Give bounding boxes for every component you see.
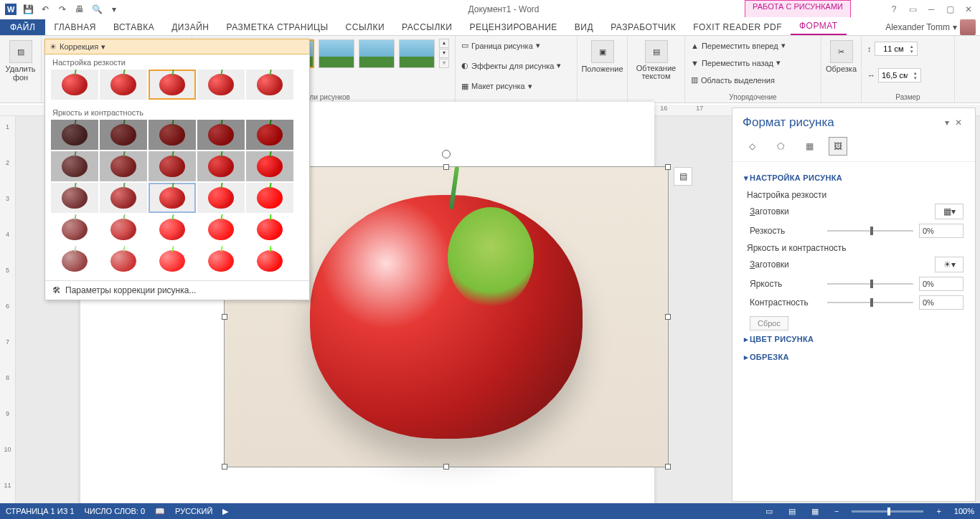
brightness-thumb[interactable]	[51, 246, 98, 276]
pane-tab-fill-icon[interactable]: ◇	[743, 137, 761, 156]
brightness-thumb[interactable]	[197, 214, 245, 244]
selection-pane-button[interactable]: ▥Область выделения	[691, 75, 775, 85]
redo-icon[interactable]: ↷	[55, 1, 70, 17]
resize-handle[interactable]	[443, 464, 449, 470]
sharpness-presets-button[interactable]: ▦▾	[935, 204, 963, 219]
resize-handle[interactable]	[665, 314, 671, 320]
tab-foxit[interactable]: FOXIT READER PDF	[684, 19, 791, 35]
zoom-slider[interactable]	[852, 510, 923, 513]
brightness-thumb[interactable]	[246, 214, 293, 244]
gallery-up-icon[interactable]: ▴	[439, 39, 449, 48]
status-macro-icon[interactable]: ▶	[222, 507, 228, 516]
style-thumb[interactable]	[319, 39, 354, 68]
status-language[interactable]: РУССКИЙ	[175, 507, 212, 515]
brightness-thumb[interactable]	[51, 214, 98, 244]
style-thumb[interactable]	[399, 39, 435, 68]
brightness-thumb[interactable]	[100, 183, 147, 213]
brightness-thumb[interactable]	[51, 183, 98, 213]
wrap-text-button[interactable]: ▤Обтекание текстом	[633, 39, 679, 82]
minimize-icon[interactable]: ─	[923, 2, 940, 16]
brightness-thumb[interactable]	[100, 151, 147, 181]
user-area[interactable]: Alexander Tomm▾	[885, 19, 980, 35]
picture-effects-button[interactable]: ◐Эффекты для рисунка▾	[461, 60, 561, 71]
brightness-thumb[interactable]	[149, 120, 196, 150]
corrections-button[interactable]: ☀ Коррекция▾	[44, 39, 310, 54]
brightness-thumb[interactable]	[197, 151, 245, 181]
status-words[interactable]: ЧИСЛО СЛОВ: 0	[85, 507, 146, 515]
tab-developer[interactable]: РАЗРАБОТЧИК	[602, 19, 684, 35]
sharpness-slider[interactable]	[827, 230, 913, 232]
qat-more-icon[interactable]: ▾	[106, 1, 122, 17]
picture-border-button[interactable]: ▭Граница рисунка▾	[461, 40, 540, 51]
rotate-handle[interactable]	[442, 150, 451, 158]
tab-home[interactable]: ГЛАВНАЯ	[45, 19, 105, 35]
avatar[interactable]	[960, 19, 976, 35]
sharpness-value[interactable]: 0%	[919, 224, 963, 238]
bc-presets-button[interactable]: ☀▾	[935, 257, 963, 272]
contrast-value[interactable]: 0%	[919, 295, 963, 310]
brightness-thumb[interactable]	[246, 120, 293, 150]
status-page[interactable]: СТРАНИЦА 1 ИЗ 1	[6, 507, 75, 515]
zoom-level[interactable]: 100%	[954, 507, 974, 515]
pane-tab-picture-icon[interactable]: 🖼	[829, 137, 847, 156]
brightness-thumb[interactable]	[197, 120, 245, 150]
section-crop[interactable]: ▸ОБРЕЗКА	[744, 348, 963, 366]
brightness-thumb[interactable]	[100, 246, 147, 276]
tab-file[interactable]: ФАЙЛ	[0, 19, 45, 35]
view-web-icon[interactable]: ▦	[809, 507, 821, 516]
quick-print-icon[interactable]: 🖶	[72, 1, 88, 17]
contrast-slider[interactable]	[827, 302, 913, 303]
brightness-slider[interactable]	[827, 283, 913, 285]
brightness-thumb[interactable]	[246, 151, 293, 181]
brightness-thumb[interactable]	[149, 151, 196, 181]
brightness-thumb[interactable]	[197, 246, 245, 276]
remove-background-button[interactable]: ▨ Удалить фон	[4, 39, 37, 83]
view-read-icon[interactable]: ▭	[763, 507, 776, 516]
pane-close-icon[interactable]: ✕	[952, 118, 965, 128]
tab-format[interactable]: ФОРМАТ	[791, 18, 847, 35]
save-icon[interactable]: 💾	[20, 1, 36, 17]
tab-view[interactable]: ВИД	[566, 19, 602, 35]
brightness-thumb[interactable]	[100, 120, 147, 150]
resize-handle[interactable]	[222, 464, 227, 470]
tab-layout[interactable]: РАЗМЕТКА СТРАНИЦЫ	[218, 19, 337, 35]
resize-handle[interactable]	[665, 164, 671, 170]
word-icon[interactable]: W	[3, 1, 19, 17]
ribbon-options-icon[interactable]: ▭	[904, 2, 921, 16]
width-spinner[interactable]: ▴▾	[878, 68, 921, 82]
height-input[interactable]	[875, 44, 907, 53]
correction-options-button[interactable]: 🛠 Параметры коррекции рисунка...	[45, 280, 309, 300]
close-icon[interactable]: ✕	[960, 2, 977, 16]
picture-layout-button[interactable]: ▦Макет рисунка▾	[461, 81, 532, 92]
sharpness-thumb[interactable]	[246, 70, 293, 100]
brightness-thumb[interactable]	[149, 183, 196, 213]
maximize-icon[interactable]: ▢	[941, 2, 958, 16]
brightness-value[interactable]: 0%	[919, 277, 963, 291]
preview-icon[interactable]: 🔍	[89, 1, 105, 17]
tab-review[interactable]: РЕЦЕНЗИРОВАНИЕ	[461, 19, 565, 35]
undo-icon[interactable]: ↶	[37, 1, 53, 17]
brightness-thumb[interactable]	[51, 151, 98, 181]
width-input[interactable]	[879, 71, 910, 80]
brightness-thumb[interactable]	[51, 120, 98, 150]
brightness-thumb[interactable]	[100, 214, 147, 244]
tab-design[interactable]: ДИЗАЙН	[163, 19, 217, 35]
style-thumb[interactable]	[359, 39, 395, 68]
pane-dropdown-icon[interactable]: ▾	[942, 118, 952, 128]
brightness-thumb[interactable]	[149, 214, 196, 244]
bring-forward-button[interactable]: ▲Переместить вперед▾	[691, 40, 786, 51]
section-picture-color[interactable]: ▸ЦВЕТ РИСУНКА	[744, 330, 963, 348]
gallery-more-icon[interactable]: ▿	[439, 59, 449, 68]
resize-handle[interactable]	[222, 314, 227, 320]
sharpness-thumb-selected[interactable]	[149, 70, 196, 100]
help-icon[interactable]: ?	[885, 2, 903, 16]
brightness-thumb[interactable]	[246, 246, 293, 276]
sharpness-thumb[interactable]	[100, 70, 147, 100]
tab-references[interactable]: ССЫЛКИ	[337, 19, 393, 35]
section-picture-corrections[interactable]: ▾НАСТРОЙКА РИСУНКА	[744, 169, 963, 187]
pane-tab-layout-icon[interactable]: ▦	[800, 137, 819, 156]
position-button[interactable]: ▣Положение	[580, 39, 624, 75]
resize-handle[interactable]	[443, 164, 449, 170]
crop-button[interactable]: ✂Обрезка	[824, 39, 858, 75]
send-backward-button[interactable]: ▼Переместить назад▾	[691, 57, 781, 68]
